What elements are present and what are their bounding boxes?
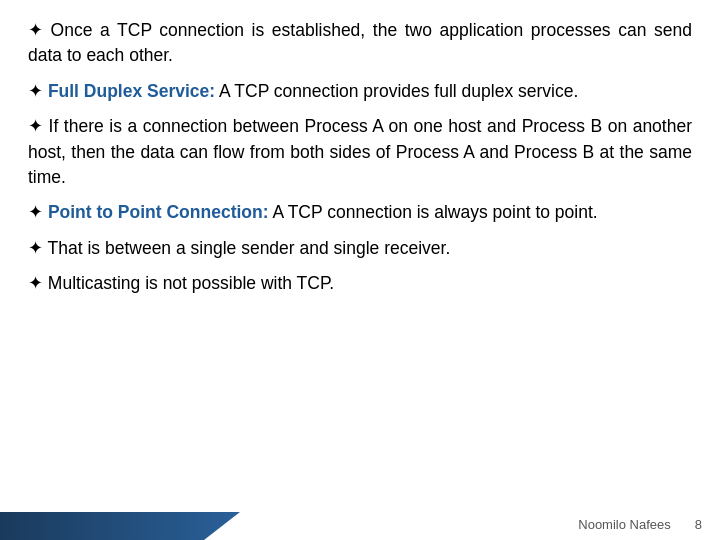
- bullet-prefix-5: ✦ That: [28, 238, 87, 258]
- slide-footer: Noomilo Nafees 8: [578, 517, 702, 532]
- bullet-body-2: A TCP connection provides full duplex se…: [215, 81, 578, 101]
- slide-container: ✦ Once a TCP connection is established, …: [0, 0, 720, 540]
- content-area: ✦ Once a TCP connection is established, …: [28, 18, 692, 490]
- bullet-prefix-1: ✦ Once: [28, 20, 100, 40]
- bullet-prefix-6: ✦ Multicasting: [28, 273, 145, 293]
- bullet-item-5: ✦ That is between a single sender and si…: [28, 236, 692, 261]
- bullet-item-2: ✦ Full Duplex Service: A TCP connection …: [28, 79, 692, 104]
- bullet-item-1: ✦ Once a TCP connection is established, …: [28, 18, 692, 69]
- bullet-text-4: ✦ Point to Point Connection: A TCP conne…: [28, 200, 692, 225]
- bullet-text-6: ✦ Multicasting is not possible with TCP.: [28, 271, 692, 296]
- bullet-item-6: ✦ Multicasting is not possible with TCP.: [28, 271, 692, 296]
- bullet-body-6: is not possible with TCP.: [145, 273, 334, 293]
- bullet-text-5: ✦ That is between a single sender and si…: [28, 236, 692, 261]
- bullet-body-3: there is a connection between Process A …: [28, 116, 692, 187]
- bullet-prefix-4: ✦: [28, 202, 48, 222]
- footer-bar-decoration: [0, 512, 240, 540]
- bullet-prefix-3: ✦ If: [28, 116, 64, 136]
- bullet-body-1: a TCP connection is established, the two…: [28, 20, 692, 65]
- bullet-body-4: A TCP connection is always point to poin…: [269, 202, 598, 222]
- bullet-item-4: ✦ Point to Point Connection: A TCP conne…: [28, 200, 692, 225]
- bullet-body-5: is between a single sender and single re…: [87, 238, 450, 258]
- bullet-bold-4: Point to Point Connection:: [48, 202, 269, 222]
- bullet-bold-2: Full Duplex Service:: [48, 81, 215, 101]
- bullet-text-1: ✦ Once a TCP connection is established, …: [28, 18, 692, 69]
- footer-author-name: Noomilo Nafees: [578, 517, 671, 532]
- bullet-text-2: ✦ Full Duplex Service: A TCP connection …: [28, 79, 692, 104]
- bullet-prefix-2: ✦: [28, 81, 48, 101]
- footer-page-number: 8: [695, 517, 702, 532]
- bullet-item-3: ✦ If there is a connection between Proce…: [28, 114, 692, 190]
- bullet-text-3: ✦ If there is a connection between Proce…: [28, 114, 692, 190]
